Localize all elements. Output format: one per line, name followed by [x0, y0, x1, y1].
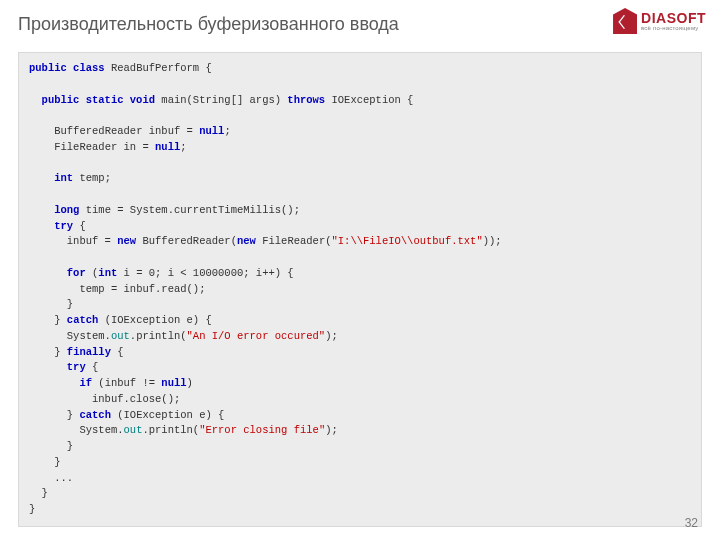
slide-header: Производительность буферизованного ввода…	[0, 0, 720, 48]
kw: for	[67, 267, 86, 279]
kw: finally	[67, 346, 111, 358]
kw: public static void	[42, 94, 155, 106]
kw: catch	[79, 409, 111, 421]
kw: public class	[29, 62, 105, 74]
brand-logo-icon	[613, 8, 637, 34]
code-sample: public class ReadBufPerform { public sta…	[18, 52, 702, 527]
brand-logo: DIASOFT всё по-настоящему	[613, 8, 706, 34]
kw: try	[67, 361, 86, 373]
brand-name: DIASOFT	[641, 11, 706, 25]
kw: int	[54, 172, 73, 184]
kw: if	[79, 377, 92, 389]
string: "I:\\FileIO\\outbuf.txt"	[332, 235, 483, 247]
kw: null	[161, 377, 186, 389]
kw: long	[54, 204, 79, 216]
string: "Error closing file"	[199, 424, 325, 436]
kw: catch	[67, 314, 99, 326]
kw: new	[117, 235, 136, 247]
slide-title: Производительность буферизованного ввода	[18, 14, 399, 35]
field: out	[124, 424, 143, 436]
kw: throws	[287, 94, 325, 106]
string: "An I/O error occured"	[187, 330, 326, 342]
kw: new	[237, 235, 256, 247]
kw: try	[54, 220, 73, 232]
kw: null	[155, 141, 180, 153]
field: out	[111, 330, 130, 342]
page-number: 32	[685, 516, 698, 530]
brand-tagline: всё по-настоящему	[641, 25, 706, 31]
brand-logo-text: DIASOFT всё по-настоящему	[641, 11, 706, 31]
kw: int	[98, 267, 117, 279]
kw: null	[199, 125, 224, 137]
